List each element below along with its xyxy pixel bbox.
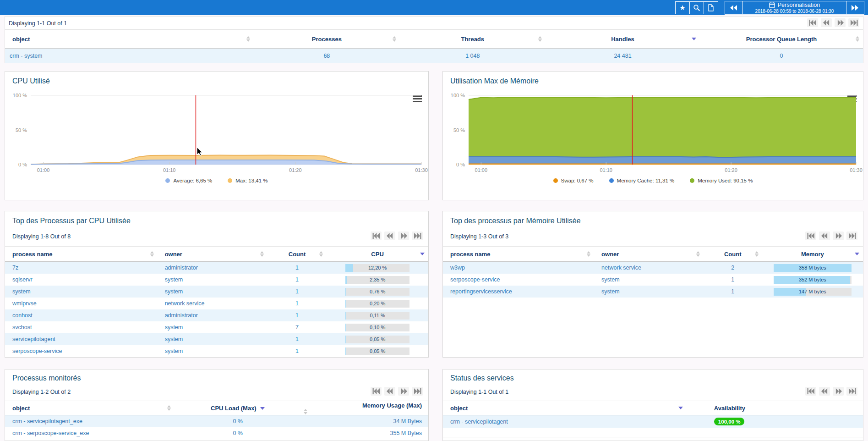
sort-icon[interactable] [246, 36, 250, 42]
sort-desc-icon[interactable] [692, 38, 696, 40]
previous-page-button[interactable] [384, 387, 395, 396]
sort-icon[interactable] [260, 251, 264, 257]
sort-icon[interactable] [150, 251, 154, 257]
column-header-object[interactable]: object [443, 405, 687, 412]
first-page-button[interactable] [371, 232, 382, 240]
usage-bar-cell: 2,35 % [327, 276, 428, 284]
sort-icon[interactable] [856, 36, 859, 42]
first-page-button[interactable] [805, 387, 816, 396]
legend-item[interactable]: Swap: 0,67 % [553, 178, 594, 183]
legend-item[interactable]: Memory Cache: 11,31 % [609, 178, 675, 183]
column-header-memory-usage-max[interactable]: Memory Usage (Max) [301, 402, 428, 414]
pdf-document-icon [708, 4, 714, 11]
sort-icon[interactable] [755, 251, 759, 257]
process-name-link[interactable]: svchost [5, 324, 158, 331]
sort-icon[interactable] [167, 405, 171, 411]
next-page-button[interactable] [835, 18, 846, 27]
object-link[interactable]: crm - system [5, 53, 254, 59]
next-page-button[interactable] [833, 232, 844, 240]
sort-icon[interactable] [587, 251, 590, 257]
sort-desc-icon[interactable] [855, 253, 859, 255]
previous-page-button[interactable] [819, 232, 830, 240]
process-name-link[interactable]: serposcope-service [5, 348, 158, 354]
usage-bar-value: 147 M bytes [774, 288, 852, 296]
sort-icon[interactable] [393, 36, 396, 42]
sort-icon[interactable] [304, 409, 422, 414]
first-page-button[interactable] [805, 232, 816, 240]
owner-value: administrator [158, 265, 267, 271]
column-header-count[interactable]: Count [267, 251, 327, 258]
date-range-picker[interactable]: Personnalisation 2018-06-28 00:59 to 201… [743, 1, 846, 15]
process-name-link[interactable]: serposcope-service [443, 276, 594, 283]
column-header-owner[interactable]: owner [158, 251, 267, 258]
next-page-button[interactable] [833, 387, 844, 396]
column-header-cpu[interactable]: CPU [327, 251, 428, 258]
column-header-object[interactable]: object [5, 405, 175, 412]
usage-bar-value: 358 M bytes [774, 264, 852, 272]
sort-icon[interactable] [319, 251, 323, 257]
column-header-processor-queue-length[interactable]: Processor Queue Length [700, 36, 863, 43]
sort-desc-icon[interactable] [420, 253, 425, 255]
previous-page-button[interactable] [819, 387, 830, 396]
process-name-link[interactable]: system [5, 288, 158, 295]
process-name-link[interactable]: conhost [5, 312, 158, 319]
column-header-availability[interactable]: Availability [687, 405, 863, 412]
next-page-icon [399, 232, 408, 239]
last-page-button[interactable] [412, 387, 423, 396]
legend-item[interactable]: Memory Used: 90,15 % [690, 178, 753, 183]
mouse-cursor [197, 147, 203, 156]
last-page-button[interactable] [846, 232, 857, 240]
last-page-button[interactable] [846, 387, 857, 396]
previous-page-button[interactable] [821, 18, 832, 27]
usage-bar: 358 M bytes [774, 264, 852, 272]
column-header-threads[interactable]: Threads [400, 36, 546, 43]
process-name-link[interactable]: wmiprvse [5, 300, 158, 307]
column-header-count[interactable]: Count [704, 251, 762, 258]
chart-area-memory-used [469, 98, 856, 165]
top-memory-processes-table: process name owner Count Memory w3wpnetw… [443, 246, 863, 298]
legend-item[interactable]: Average: 6,65 % [165, 178, 212, 183]
process-name-link[interactable]: w3wp [443, 265, 594, 271]
legend-label: Memory Cache: 11,31 % [617, 178, 675, 183]
legend-dot [690, 178, 694, 183]
next-page-button[interactable] [398, 232, 409, 240]
process-name-link[interactable]: reportingservicesservice [443, 288, 594, 295]
memory-usage-area-chart: 100 %50 %0 %01:0001:1001:2001:30 [443, 90, 863, 177]
last-page-button[interactable] [412, 232, 423, 240]
object-link[interactable]: crm - servicepilotagent_exe [5, 418, 175, 424]
favorites-button[interactable]: ★ [675, 1, 690, 14]
column-header-memory[interactable]: Memory [762, 251, 863, 258]
owner-value: system [158, 348, 267, 354]
object-link[interactable]: crm - serposcope-service_exe [5, 430, 175, 436]
object-link[interactable]: crm - servicepilotagent [443, 419, 687, 425]
sort-desc-icon[interactable] [260, 407, 265, 410]
column-header-handles[interactable]: Handles [546, 36, 700, 43]
top-memory-processes-panel: Top des processus par Mémoire Utilisée D… [442, 211, 863, 358]
previous-page-button[interactable] [384, 232, 395, 240]
process-name-link[interactable]: 7z [5, 265, 158, 271]
column-header-cpu-load-max[interactable]: CPU Load (Max) [175, 405, 301, 412]
next-page-button[interactable] [398, 387, 409, 396]
rewind-button[interactable] [725, 1, 743, 15]
export-pdf-button[interactable] [704, 1, 718, 14]
column-header-object[interactable]: object [5, 36, 254, 43]
column-header-process-name[interactable]: process name [443, 251, 594, 258]
column-header-process-name[interactable]: process name [5, 251, 158, 258]
sort-icon[interactable] [538, 36, 542, 42]
column-header-owner[interactable]: owner [594, 251, 703, 258]
sort-desc-icon[interactable] [678, 407, 683, 409]
count-value: 1 [267, 312, 327, 319]
sort-icon[interactable] [696, 251, 700, 257]
last-page-button[interactable] [848, 18, 859, 27]
column-header-processes[interactable]: Processes [254, 36, 399, 43]
legend-item[interactable]: Max: 13,41 % [228, 178, 267, 183]
usage-bar-cell: 352 M bytes [762, 276, 863, 284]
fast-forward-button[interactable] [846, 1, 864, 15]
process-name-link[interactable]: servicepilotagent [5, 336, 158, 342]
panel-title: CPU Utilisé [12, 77, 50, 85]
first-page-button[interactable] [807, 18, 818, 27]
first-page-button[interactable] [371, 387, 382, 396]
search-button[interactable] [690, 1, 704, 14]
process-name-link[interactable]: sqlservr [5, 276, 158, 283]
panel-title: Status des services [450, 374, 514, 382]
